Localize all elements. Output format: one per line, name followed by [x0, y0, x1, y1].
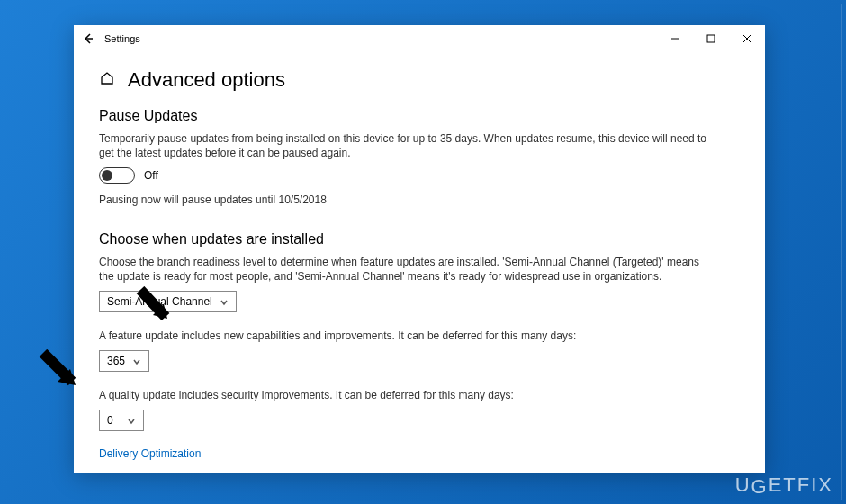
chevron-down-icon [220, 297, 229, 306]
chevron-down-icon [132, 356, 141, 365]
app-title: Settings [104, 33, 140, 44]
pause-heading: Pause Updates [99, 108, 740, 124]
pause-toggle-label: Off [144, 169, 158, 182]
content-area: Advanced options Pause Updates Temporari… [74, 52, 765, 473]
watermark: UGETFIX [735, 473, 833, 497]
feature-defer-dropdown[interactable]: 365 [99, 350, 149, 372]
titlebar: Settings [74, 25, 765, 52]
close-button[interactable] [729, 25, 765, 52]
quality-desc: A quality update includes security impro… [99, 388, 711, 402]
feature-value: 365 [107, 355, 125, 367]
titlebar-left: Settings [81, 32, 140, 46]
pause-toggle-row: Off [99, 167, 740, 184]
choose-heading: Choose when updates are installed [99, 231, 740, 248]
branch-value: Semi-Annual Channel [107, 295, 212, 308]
home-icon[interactable] [99, 70, 115, 90]
chevron-down-icon [127, 416, 136, 425]
window-controls [657, 25, 765, 52]
pause-status: Pausing now will pause updates until 10/… [99, 193, 711, 207]
svg-marker-2 [58, 369, 76, 385]
branch-dropdown[interactable]: Semi-Annual Channel [99, 291, 237, 312]
page-title: Advanced options [128, 68, 285, 92]
privacy-link[interactable]: Privacy settings [99, 472, 740, 473]
svg-rect-0 [707, 35, 715, 42]
quality-value: 0 [107, 414, 113, 427]
page-header: Advanced options [99, 68, 740, 92]
quality-defer-dropdown[interactable]: 0 [99, 410, 144, 431]
choose-desc: Choose the branch readiness level to det… [99, 255, 711, 284]
pause-toggle[interactable] [99, 167, 135, 184]
maximize-button[interactable] [693, 25, 729, 52]
minimize-button[interactable] [657, 25, 693, 52]
pause-desc: Temporarily pause updates from being ins… [99, 131, 711, 160]
delivery-link[interactable]: Delivery Optimization [99, 447, 740, 460]
back-arrow-icon[interactable] [81, 32, 95, 46]
settings-window: Settings Advanced options Pause Updates … [74, 25, 765, 473]
feature-desc: A feature update includes new capabiliti… [99, 328, 711, 343]
